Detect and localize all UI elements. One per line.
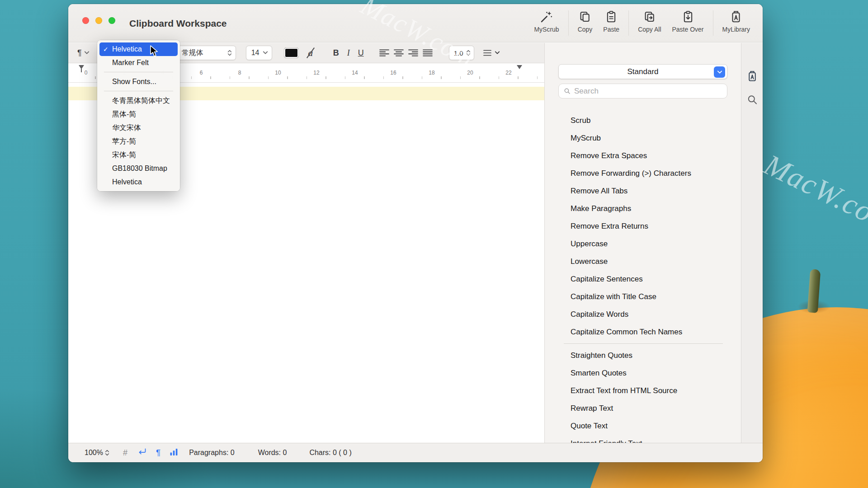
font-menu-item[interactable]: 冬青黑体简体中文 (99, 94, 178, 108)
paste-icon (604, 10, 618, 23)
font-menu-item-selected[interactable]: ✓ Helvetica (99, 42, 178, 56)
align-center-button[interactable] (394, 49, 404, 57)
font-menu-item[interactable]: 黑体-简 (99, 108, 178, 121)
font-menu-item[interactable]: 苹方-简 (99, 135, 178, 148)
font-menu: ✓ Helvetica Marker Felt Show Fonts... 冬青… (97, 40, 180, 191)
action-item[interactable]: Remove Extra Returns (545, 217, 741, 235)
minimize-button[interactable] (95, 17, 102, 24)
statistics-toggle[interactable] (170, 448, 178, 458)
search-input[interactable] (574, 87, 722, 96)
search-pane-toggle[interactable] (746, 94, 758, 108)
action-list: Scrub MyScrub Remove Extra Spaces Remove… (545, 112, 741, 443)
action-item[interactable]: Lowercase (545, 253, 741, 270)
action-item[interactable]: Capitalize Common Tech Names (545, 323, 741, 341)
paste-over-icon (681, 10, 695, 23)
character-color-button[interactable]: a (305, 47, 316, 59)
action-item[interactable]: Straighten Quotes (545, 347, 741, 364)
toolbar-copy-button[interactable]: Copy (572, 9, 598, 34)
number-lines-toggle[interactable]: # (123, 448, 127, 458)
wand-icon (540, 10, 553, 23)
toolbar-label: MyLibrary (722, 26, 750, 33)
show-invisibles-toggle[interactable]: ¶ (156, 448, 160, 458)
left-indent-stem (81, 69, 82, 72)
preset-chevron-button[interactable] (714, 66, 725, 78)
zoom-button[interactable] (108, 17, 115, 24)
action-item[interactable]: Remove Forwarding (>) Characters (545, 164, 741, 182)
action-item[interactable]: Capitalize Words (545, 305, 741, 323)
action-item[interactable]: Rewrap Text (545, 399, 741, 417)
underline-button[interactable]: U (358, 48, 364, 58)
search-icon (746, 94, 758, 106)
line-spacing-stepper[interactable]: 1.0 (449, 46, 474, 60)
preset-dropdown[interactable]: Standard (558, 64, 727, 79)
traffic-lights (82, 17, 115, 24)
ruler-number: 8 (238, 70, 241, 76)
window-title: Clipboard Workspace (129, 18, 227, 29)
toolbar-label: Copy (578, 26, 593, 33)
italic-button[interactable]: I (347, 48, 350, 58)
align-right-button[interactable] (408, 49, 418, 57)
action-item[interactable]: MyScrub (545, 129, 741, 147)
action-item[interactable]: Quote Text (545, 417, 741, 435)
font-menu-label: 冬青黑体简体中文 (112, 97, 170, 104)
checkmark-icon: ✓ (103, 42, 108, 56)
chevron-down-icon (263, 51, 268, 55)
font-size-dropdown[interactable]: 14 (246, 46, 272, 60)
align-left-button[interactable] (379, 49, 389, 57)
action-item[interactable]: Make Paragraphs (545, 200, 741, 217)
font-menu-item[interactable]: 宋体-简 (99, 148, 178, 162)
action-item[interactable]: Scrub (545, 112, 741, 129)
stepper-icon (227, 49, 232, 56)
ruler-number: 6 (200, 70, 203, 76)
font-menu-label: Helvetica (112, 178, 142, 186)
action-item[interactable]: Remove Extra Spaces (545, 147, 741, 164)
menu-separator (104, 91, 173, 92)
toolbar-mylibrary-button[interactable]: MyLibrary (717, 9, 755, 34)
word-count: Words: 0 (258, 449, 287, 457)
toolbar-paste-over-button[interactable]: Paste Over (667, 9, 709, 34)
toolbar-copy-all-button[interactable]: Copy All (632, 9, 666, 34)
actions-sidebar: Standard Scrub MyScrub Remove Extra Spac… (544, 43, 741, 443)
action-item[interactable]: Extract Text from HTML Source (545, 382, 741, 399)
chevron-down-icon (84, 51, 90, 55)
font-menu-item[interactable]: Marker Felt (99, 56, 178, 70)
show-returns-toggle[interactable] (137, 448, 147, 458)
align-justify-button[interactable] (423, 49, 433, 57)
font-menu-label: Marker Felt (112, 59, 149, 66)
font-menu-item[interactable]: Helvetica (99, 175, 178, 189)
main-toolbar: MyScrub Copy Paste Copy All Paste Over (528, 9, 755, 36)
font-menu-label: Helvetica (112, 45, 142, 53)
right-margin-marker[interactable] (517, 65, 522, 69)
show-fonts-menu-item[interactable]: Show Fonts... (99, 75, 178, 89)
copy-icon (578, 10, 592, 23)
zoom-control[interactable]: 100% (85, 449, 109, 457)
action-item[interactable]: Internet Friendly Text (545, 435, 741, 443)
search-icon (563, 87, 571, 95)
text-color-well[interactable] (284, 47, 299, 58)
titlebar: Clipboard Workspace MyScrub Copy Paste C… (68, 4, 763, 42)
action-item[interactable]: Remove All Tabs (545, 182, 741, 200)
library-icon (729, 10, 743, 23)
ruler-number: 0 (85, 70, 88, 76)
bold-button[interactable]: B (333, 48, 339, 58)
ruler-number: 22 (505, 70, 511, 76)
close-button[interactable] (82, 17, 89, 24)
font-menu-label: Show Fonts... (112, 78, 156, 85)
font-menu-item[interactable]: GB18030 Bitmap (99, 162, 178, 175)
sidebar-search-field[interactable] (558, 84, 727, 99)
toolbar-myscrub-button[interactable]: MyScrub (528, 9, 564, 34)
text-style-group: B I U (333, 48, 364, 58)
preset-value: Standard (627, 67, 659, 76)
paragraph-style-dropdown[interactable]: ¶ (77, 48, 90, 58)
list-style-dropdown[interactable] (483, 49, 500, 56)
bar-chart-icon (170, 448, 178, 456)
action-item[interactable]: Capitalize with Title Case (545, 288, 741, 305)
action-item[interactable]: Smarten Quotes (545, 364, 741, 382)
toolbar-paste-button[interactable]: Paste (598, 9, 625, 34)
library-pane-toggle[interactable] (746, 70, 758, 84)
font-menu-label: 华文宋体 (112, 124, 141, 131)
font-style-dropdown[interactable]: 常规体 (176, 46, 236, 60)
action-item[interactable]: Capitalize Sentences (545, 270, 741, 288)
font-menu-item[interactable]: 华文宋体 (99, 121, 178, 135)
action-item[interactable]: Uppercase (545, 235, 741, 253)
